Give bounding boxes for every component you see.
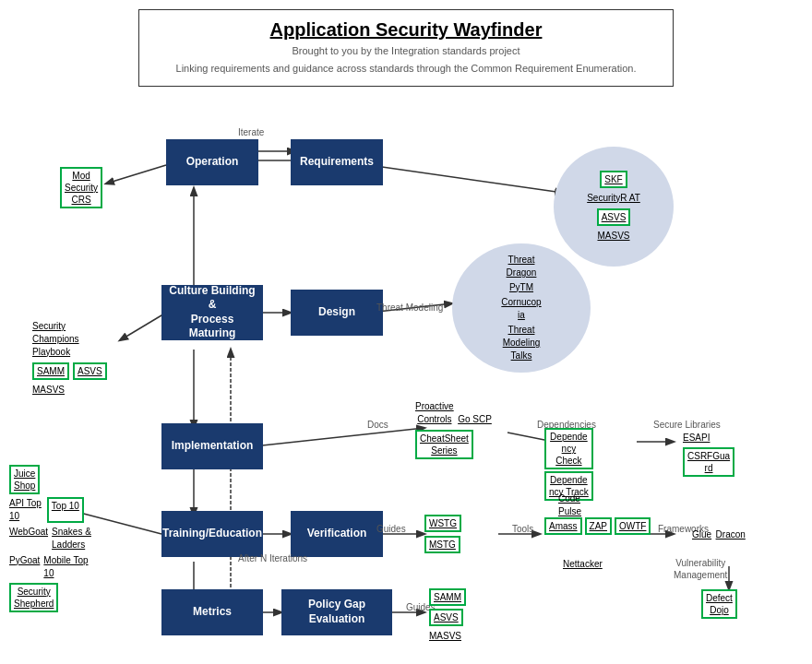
- implementation-right-items: Proactive Controls Go SCP CheatSheet Ser…: [415, 400, 492, 459]
- cheatsheet-link[interactable]: CheatSheet Series: [415, 430, 473, 459]
- secure-library-items: ESAPI CSRFGua rd: [683, 428, 734, 477]
- code-pulse-link[interactable]: Code Pulse: [558, 492, 581, 518]
- security-champions-link[interactable]: Security Champions Playbook: [32, 320, 79, 359]
- design-box: Design: [291, 290, 383, 336]
- dependency-check-link[interactable]: Depende ncy Check: [544, 428, 593, 469]
- mod-security-link[interactable]: Mod Security CRS: [60, 167, 102, 208]
- policy-guide-items: SAMM ASVS MASVS: [429, 587, 466, 643]
- guides-label: Guides: [376, 523, 406, 535]
- vuln-mgmt-label: Vulnerability Management: [674, 557, 727, 581]
- cornucopia-link[interactable]: Cornucop ia: [501, 296, 541, 322]
- training-box: Training/Education: [161, 511, 263, 557]
- training-left-items: Juice Shop API Top 10 Top 10 WebGoat Sna…: [9, 465, 91, 612]
- page-title: Application Security Wayfinder: [158, 19, 654, 41]
- threat-modeling-oval: Threat Dragon PyTM Cornucop ia Threat Mo…: [452, 243, 591, 373]
- threat-dragon-link[interactable]: Threat Dragon: [507, 254, 537, 279]
- verification-guide-items: WSTG MSTG: [424, 514, 461, 553]
- header-box: Application Security Wayfinder Brought t…: [138, 9, 674, 87]
- framework-items: Glue Dracon: [692, 525, 746, 541]
- api-top10-link[interactable]: API Top 10: [9, 497, 42, 523]
- csrfguard-link[interactable]: CSRFGua rd: [683, 447, 734, 477]
- verification-box: Verification: [291, 511, 383, 557]
- mobile-top10-link[interactable]: Mobile Top 10: [43, 554, 88, 580]
- samm2-link[interactable]: SAMM: [429, 588, 466, 606]
- masvs-link[interactable]: MASVS: [597, 230, 629, 243]
- go-scp-link[interactable]: Go SCP: [458, 413, 492, 426]
- masvs3-link[interactable]: MASVS: [429, 630, 461, 643]
- after-n-label: After N Iterations: [238, 552, 307, 564]
- header-sub2: Linking requirements and guidance across…: [158, 62, 654, 76]
- culture-box: Culture Building & Process Maturing: [161, 285, 263, 340]
- juice-shop-link[interactable]: Juice Shop: [9, 465, 40, 494]
- arrows-svg: [9, 101, 803, 635]
- security-shepherd-link[interactable]: Security Shepherd: [9, 583, 58, 612]
- header-sub1: Brought to you by the Integration standa…: [158, 44, 654, 58]
- top10-link[interactable]: Top 10: [47, 497, 84, 523]
- amass-link[interactable]: Amass: [544, 517, 582, 535]
- security-rat-link[interactable]: SecurityR AT: [587, 192, 640, 205]
- implementation-box: Implementation: [161, 423, 263, 469]
- mod-security-container: Mod Security CRS: [60, 167, 102, 208]
- policy-box: Policy Gap Evaluation: [281, 589, 392, 635]
- dracon-link[interactable]: Dracon: [716, 528, 746, 541]
- svg-line-9: [254, 428, 424, 446]
- diagram: Operation Requirements Culture Building …: [9, 101, 803, 635]
- webgoat-link[interactable]: WebGoat: [9, 526, 48, 551]
- asvs2-link[interactable]: ASVS: [73, 362, 107, 380]
- samm-link[interactable]: SAMM: [32, 362, 69, 380]
- operation-box: Operation: [166, 139, 258, 185]
- owtf-link[interactable]: OWTF: [615, 517, 651, 535]
- tools-label: Tools: [512, 523, 533, 535]
- culture-left-items: Security Champions Playbook SAMM ASVS MA…: [32, 320, 107, 397]
- code-pulse-container: Code Pulse: [558, 492, 581, 518]
- threat-modeling-talks-link[interactable]: Threat Modeling Talks: [503, 324, 541, 362]
- snakes-ladders-link[interactable]: Snakes & Ladders: [52, 526, 91, 551]
- skf-link[interactable]: SKF: [600, 171, 627, 188]
- asvs3-link[interactable]: ASVS: [429, 609, 463, 626]
- pygoat-link[interactable]: PyGoat: [9, 554, 40, 580]
- nettacker-container: Nettacker: [563, 554, 603, 571]
- masvs2-link[interactable]: MASVS: [32, 384, 65, 397]
- zap-link[interactable]: ZAP: [585, 517, 612, 535]
- threat-modeling-label: Threat Modeling: [376, 302, 443, 314]
- iterate-label: Iterate: [238, 126, 264, 138]
- docs-label: Docs: [367, 419, 388, 431]
- glue-link[interactable]: Glue: [692, 528, 711, 541]
- nettacker-link[interactable]: Nettacker: [563, 558, 603, 571]
- asvs-link[interactable]: ASVS: [597, 208, 631, 226]
- requirements-box: Requirements: [291, 139, 383, 185]
- defectdojo-link[interactable]: Defect Dojo: [701, 589, 737, 619]
- svg-line-2: [106, 165, 166, 184]
- svg-line-1: [369, 165, 563, 193]
- dependency-items: Depende ncy Check Depende ncy Track: [544, 428, 593, 501]
- pytm-link[interactable]: PyTM: [509, 281, 533, 294]
- metrics-box: Metrics: [161, 589, 263, 635]
- wstg-link[interactable]: WSTG: [424, 515, 461, 532]
- esapi-link[interactable]: ESAPI: [683, 432, 710, 445]
- tool-items: Amass ZAP OWTF: [544, 517, 651, 535]
- defectdojo-container: Defect Dojo: [701, 589, 737, 619]
- proactive-controls-link[interactable]: Proactive Controls: [415, 400, 454, 426]
- requirements-oval: SKF SecurityR AT ASVS MASVS: [554, 147, 674, 267]
- svg-line-7: [120, 313, 166, 340]
- mstg-link[interactable]: MSTG: [424, 536, 460, 553]
